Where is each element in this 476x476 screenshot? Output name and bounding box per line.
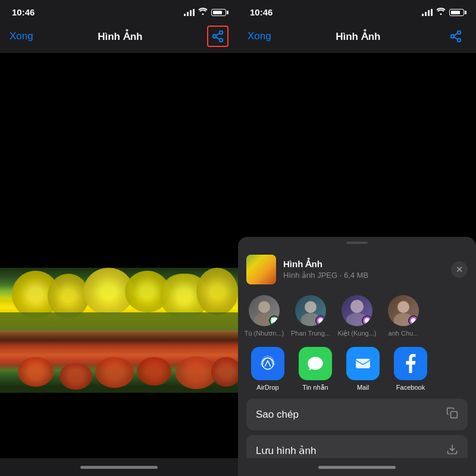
save-icon <box>446 443 458 458</box>
share-sheet: Hình Ảnh Hình ảnh JPEG · 6,4 MB ✕ Tú (Nh… <box>238 237 476 476</box>
avatar-head-1 <box>258 301 270 313</box>
contacts-row: Tú (Nhươn...) Phan Trung... <box>238 290 476 345</box>
avatar-badge-2 <box>315 315 326 326</box>
share-thumbnail <box>246 255 276 284</box>
contact-name-1: Tú (Nhươn...) <box>245 330 284 337</box>
share-header: Hình Ảnh Hình ảnh JPEG · 6,4 MB ✕ <box>238 246 476 290</box>
avatar-head-4 <box>397 301 409 313</box>
contact-name-4: anh Chu... <box>389 330 419 337</box>
contact-name-2: Phan Trung... <box>291 330 330 337</box>
contact-item-3[interactable]: Kiệt (Kung...) <box>337 295 377 337</box>
app-item-airdrop[interactable]: AirDrop <box>246 347 289 392</box>
home-indicator-left <box>0 458 238 476</box>
right-phone-panel: 10:46 Xong Hình Ảnh <box>238 0 476 476</box>
avatar-head-2 <box>305 301 317 313</box>
home-indicator-right <box>238 458 476 476</box>
avatar-badge-1 <box>269 315 280 326</box>
contact-avatar-4 <box>388 295 419 326</box>
app-item-mail[interactable]: Mail <box>342 347 384 392</box>
photo-container-left <box>0 53 238 458</box>
contact-name-3: Kiệt (Kung...) <box>337 330 376 337</box>
copy-action[interactable]: Sao chép <box>246 399 468 430</box>
contact-avatar-2 <box>295 295 326 326</box>
nav-bar-right: Xong Hình Ảnh <box>238 21 476 53</box>
left-phone-panel: 10:46 Xong Hình Ảnh <box>0 0 238 476</box>
share-highlight <box>207 26 228 47</box>
avatar-head-3 <box>350 300 364 313</box>
messages-icon-svg <box>306 354 325 373</box>
svg-point-0 <box>262 358 273 369</box>
app-label-airdrop: AirDrop <box>256 384 278 391</box>
share-subtitle: Hình ảnh JPEG · 6,4 MB <box>283 271 444 280</box>
save-label: Lưu hình ảnh <box>256 444 316 457</box>
app-item-facebook[interactable]: Facebook <box>389 347 432 392</box>
photo-area-left <box>0 53 238 458</box>
avatar-badge-4 <box>408 315 419 326</box>
svg-rect-1 <box>356 359 370 368</box>
contact-avatar-1 <box>249 295 280 326</box>
close-icon: ✕ <box>456 265 463 274</box>
mail-icon-svg <box>353 354 372 373</box>
nav-bar-left: Xong Hình Ảnh <box>0 21 238 53</box>
share-title: Hình Ảnh <box>283 259 444 270</box>
status-bar-left: 10:46 <box>0 0 238 21</box>
signal-icon-right <box>422 9 433 16</box>
app-label-messages: Tin nhắn <box>302 384 328 392</box>
apps-row: AirDrop Tin nhắn Mail <box>238 345 476 399</box>
contact-item-2[interactable]: Phan Trung... <box>290 295 331 337</box>
battery-icon-right <box>449 9 464 16</box>
app-item-messages[interactable]: Tin nhắn <box>294 347 337 392</box>
status-icons-right <box>422 8 464 17</box>
status-bar-right: 10:46 <box>238 0 476 21</box>
flower-image-left <box>0 268 238 393</box>
messages-app-icon <box>299 347 332 380</box>
battery-icon-left <box>211 9 226 16</box>
action-row-copy: Sao chép <box>246 399 468 430</box>
copy-label: Sao chép <box>256 409 299 421</box>
back-button-left[interactable]: Xong <box>10 30 33 42</box>
wifi-icon-right <box>436 8 446 17</box>
share-info: Hình Ảnh Hình ảnh JPEG · 6,4 MB <box>283 259 444 280</box>
time-right: 10:46 <box>250 7 273 17</box>
airdrop-app-icon <box>251 347 284 380</box>
time-left: 10:46 <box>12 7 35 17</box>
app-label-mail: Mail <box>357 384 369 391</box>
wifi-icon-left <box>198 8 208 17</box>
share-icon-right <box>449 30 462 43</box>
home-bar-left <box>80 466 158 469</box>
airdrop-icon-svg <box>258 354 277 373</box>
contact-avatar-3 <box>342 295 372 326</box>
svg-rect-2 <box>451 412 458 418</box>
signal-icon-left <box>184 9 195 16</box>
copy-icon <box>446 407 458 422</box>
sheet-drag-handle <box>346 242 368 244</box>
back-button-right[interactable]: Xong <box>248 30 271 42</box>
facebook-app-icon <box>394 347 427 380</box>
page-title-left: Hình Ảnh <box>98 30 142 43</box>
home-bar-right <box>318 466 396 469</box>
contact-item-4[interactable]: anh Chu... <box>383 295 424 337</box>
share-close-button[interactable]: ✕ <box>451 261 468 278</box>
contact-item[interactable]: Tú (Nhươn...) <box>244 295 284 337</box>
mail-app-icon <box>346 347 380 380</box>
share-button-left[interactable] <box>207 26 228 47</box>
avatar-badge-3 <box>362 315 372 326</box>
page-title-right: Hình Ảnh <box>336 30 380 43</box>
status-icons-left <box>184 8 226 17</box>
facebook-icon-svg <box>405 354 416 373</box>
share-button-right[interactable] <box>445 26 466 47</box>
app-label-facebook: Facebook <box>396 384 425 391</box>
